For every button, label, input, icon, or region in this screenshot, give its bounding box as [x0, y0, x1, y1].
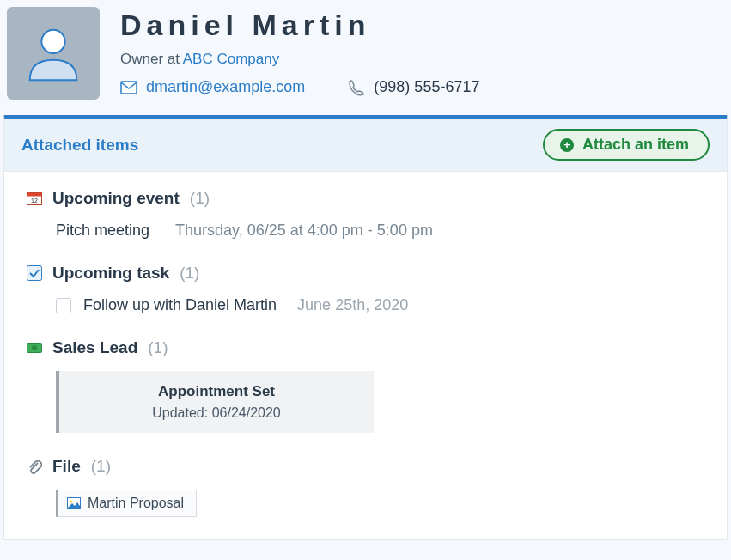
section-title-row: File (1) — [27, 457, 704, 476]
section-count: (1) — [190, 189, 210, 208]
file-name: Martin Proposal — [88, 496, 184, 511]
person-icon — [20, 20, 87, 87]
lead-card-title: Appointment Set — [59, 383, 374, 400]
svg-point-7 — [32, 345, 37, 350]
section-title-row: 12 Upcoming event (1) — [27, 189, 704, 208]
role-prefix: Owner at — [120, 51, 183, 67]
company-link[interactable]: ABC Company — [183, 51, 279, 67]
section-count: (1) — [91, 457, 111, 476]
panel-title: Attached items — [21, 136, 138, 155]
event-row[interactable]: Pitch meeting Thursday, 06/25 at 4:00 pm… — [27, 222, 704, 240]
svg-point-0 — [41, 30, 64, 53]
section-title: File — [52, 457, 81, 476]
phone-icon — [348, 79, 365, 96]
section-sales-lead: Sales Lead (1) Appointment Set Updated: … — [27, 338, 704, 433]
checkbox-icon — [27, 265, 42, 281]
plus-icon: + — [560, 138, 574, 152]
attach-button-label: Attach an item — [582, 136, 689, 154]
section-upcoming-task: Upcoming task (1) Follow up with Daniel … — [27, 264, 704, 314]
lead-card[interactable]: Appointment Set Updated: 06/24/2020 — [56, 371, 374, 433]
attached-items-panel: Attached items + Attach an item 12 Upcom… — [3, 115, 728, 540]
svg-point-9 — [70, 501, 73, 503]
money-icon — [27, 340, 42, 356]
profile-info: Daniel Martin Owner at ABC Company dmart… — [120, 7, 724, 100]
panel-body: 12 Upcoming event (1) Pitch meeting Thur… — [4, 172, 727, 539]
contact-row: dmartin@example.com (998) 555-6717 — [120, 78, 724, 96]
svg-rect-1 — [121, 82, 137, 94]
section-title: Sales Lead — [52, 338, 137, 357]
task-checkbox[interactable] — [56, 298, 71, 313]
email-text: dmartin@example.com — [146, 78, 305, 96]
panel-header: Attached items + Attach an item — [4, 119, 727, 172]
section-count: (1) — [148, 338, 168, 357]
section-title-row: Upcoming task (1) — [27, 264, 704, 283]
lead-content: Appointment Set Updated: 06/24/2020 — [27, 371, 704, 433]
section-upcoming-event: 12 Upcoming event (1) Pitch meeting Thur… — [27, 189, 704, 240]
section-title-row: Sales Lead (1) — [27, 338, 704, 357]
profile-name: Daniel Martin — [120, 9, 724, 42]
task-row[interactable]: Follow up with Daniel Martin June 25th, … — [27, 296, 704, 314]
task-date: June 25th, 2020 — [297, 296, 408, 314]
event-name: Pitch meeting — [56, 222, 149, 240]
svg-text:12: 12 — [31, 198, 38, 204]
image-icon — [67, 497, 81, 509]
profile-header: Daniel Martin Owner at ABC Company dmart… — [3, 3, 728, 110]
lead-card-sub: Updated: 06/24/2020 — [59, 405, 374, 421]
file-content: Martin Proposal — [27, 490, 704, 517]
mail-icon — [120, 81, 137, 94]
section-title: Upcoming task — [52, 264, 169, 283]
section-file: File (1) Martin Proposal — [27, 457, 704, 517]
section-count: (1) — [180, 264, 199, 283]
profile-role-line: Owner at ABC Company — [120, 51, 724, 68]
avatar — [7, 7, 100, 100]
email-item[interactable]: dmartin@example.com — [120, 78, 305, 96]
event-date: Thursday, 06/25 at 4:00 pm - 5:00 pm — [175, 222, 433, 240]
svg-rect-5 — [27, 266, 42, 281]
phone-text: (998) 555-6717 — [374, 78, 479, 96]
phone-item[interactable]: (998) 555-6717 — [348, 78, 479, 96]
task-name: Follow up with Daniel Martin — [83, 296, 277, 314]
paperclip-icon — [27, 459, 42, 474]
calendar-icon: 12 — [27, 191, 42, 206]
section-title: Upcoming event — [52, 189, 180, 208]
svg-rect-3 — [27, 193, 42, 197]
attach-item-button[interactable]: + Attach an item — [543, 129, 710, 161]
file-chip[interactable]: Martin Proposal — [56, 490, 197, 517]
